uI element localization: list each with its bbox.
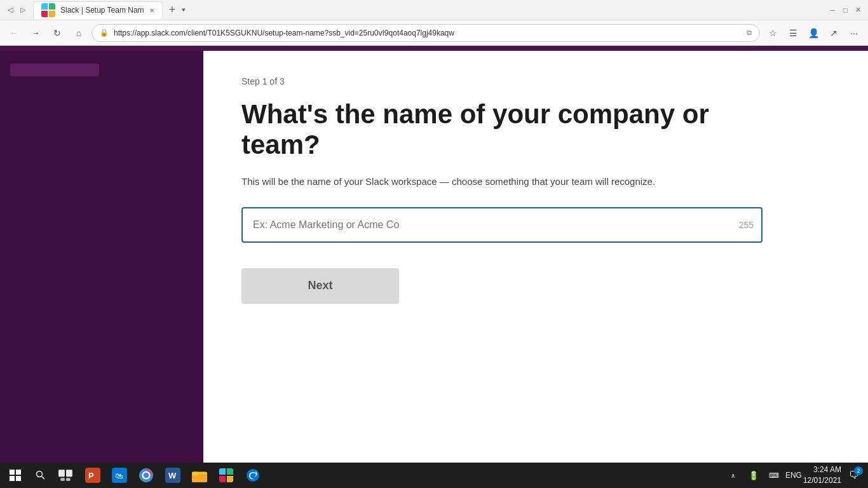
sidebar [0,51,203,463]
windows-logo [10,470,21,481]
word-taskbar-icon[interactable]: W [160,464,186,487]
home-btn[interactable]: ⌂ [70,24,88,42]
svg-text:W: W [168,471,177,480]
tabs-dropdown-btn[interactable]: ▾ [182,6,186,14]
tab-close-btn[interactable]: ✕ [149,7,154,14]
clock-date: 12/01/2021 [803,475,841,486]
favorites-icon[interactable]: ☆ [764,24,782,42]
team-name-input[interactable] [241,207,763,243]
svg-text:🛍: 🛍 [115,471,123,480]
svg-rect-2 [58,470,65,477]
refresh-btn[interactable]: ↻ [48,24,66,42]
tab-title: Slack | Setup Team Nam [60,6,144,15]
maximize-btn[interactable]: □ [840,5,850,15]
forward-pages-btn[interactable]: ▷ [18,5,28,15]
start-button[interactable] [3,464,28,487]
system-tray-up[interactable]: ∧ [724,466,742,484]
edge-taskbar-icon[interactable] [240,464,266,487]
search-button[interactable] [29,464,52,487]
close-btn[interactable]: ✕ [853,5,863,15]
collections-icon[interactable]: ☰ [784,24,802,42]
new-tab-btn[interactable]: + [165,3,180,17]
notification-btn[interactable]: 🗨 2 [843,464,865,487]
slack-taskbar-icon[interactable] [214,464,239,487]
toolbar-icons: ☆ ☰ 👤 ↗ ··· [764,24,863,42]
taskbar: P 🛍 W ∧ 🔋 ⌨ ENG 3:24 AM 12/01/2021 🗨 2 [0,463,868,488]
main-layout: Step 1 of 3 What's the name of your comp… [0,51,868,463]
input-wrapper: 255 [241,207,763,243]
split-view-icon: ⧉ [747,29,752,37]
share-icon[interactable]: ↗ [825,24,843,42]
svg-rect-5 [66,478,71,480]
profile-icon[interactable]: 👤 [804,24,822,42]
lock-icon: 🔒 [100,29,109,37]
titlebar-controls: ◁ ▷ [5,5,28,15]
language-label: ENG [785,471,802,480]
content-area: Step 1 of 3 What's the name of your comp… [203,51,868,463]
keyboard-icon[interactable]: ⌨ [765,466,783,484]
taskbar-clock[interactable]: 3:24 AM 12/01/2021 [803,464,841,486]
svg-point-12 [144,473,149,478]
svg-point-0 [37,471,43,477]
system-tray: ∧ 🔋 ⌨ ENG [724,466,802,484]
minimize-btn[interactable]: ─ [827,5,837,15]
url-bar[interactable]: 🔒 https://app.slack.com/client/T01K5SGUK… [92,24,760,42]
titlebar: ◁ ▷ Slack | Setup Team Nam ✕ + ▾ ─ □ ✕ [0,0,868,20]
sidebar-placeholder [10,64,99,76]
powerpoint-taskbar-icon[interactable]: P [80,464,105,487]
taskview-btn[interactable] [53,464,79,487]
more-icon[interactable]: ··· [845,24,863,42]
accent-bar [0,46,868,51]
store-taskbar-icon[interactable]: 🛍 [107,464,132,487]
url-text: https://app.slack.com/client/T01K5SGUKNU… [114,29,742,37]
back-btn[interactable]: ← [5,24,23,42]
subtitle: This will be the name of your Slack work… [241,176,763,187]
back-pages-btn[interactable]: ◁ [5,5,15,15]
tab-bar: Slack | Setup Team Nam ✕ + ▾ [33,1,822,19]
svg-line-1 [42,477,45,480]
svg-rect-3 [66,470,72,477]
addressbar: ← → ↻ ⌂ 🔒 https://app.slack.com/client/T… [0,20,868,46]
notification-badge: 2 [854,466,863,475]
battery-icon[interactable]: 🔋 [745,466,763,484]
char-count: 255 [739,220,754,230]
clock-time: 3:24 AM [803,464,841,475]
forward-btn[interactable]: → [27,24,44,42]
slack-taskbar-logo [219,468,233,482]
svg-text:P: P [88,471,94,480]
slack-favicon [41,3,55,17]
svg-rect-4 [60,478,65,480]
active-tab[interactable]: Slack | Setup Team Nam ✕ [33,1,163,19]
window-controls: ─ □ ✕ [827,5,863,15]
main-heading: What's the name of your company or team? [241,99,763,161]
step-label: Step 1 of 3 [241,76,830,86]
chrome-taskbar-icon[interactable] [133,464,159,487]
next-button[interactable]: Next [241,268,399,304]
svg-rect-17 [192,472,199,475]
file-explorer-taskbar-icon[interactable] [187,464,212,487]
